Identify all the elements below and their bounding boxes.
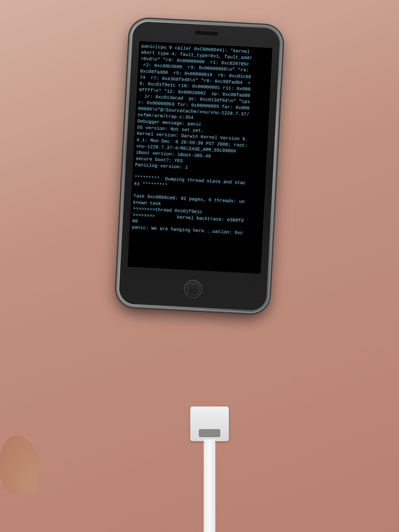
usb-cable-wire [204, 439, 215, 532]
kernel-panic-text: panic(cpu 0 caller 0xC0068D44): "kernel … [130, 43, 271, 272]
usb-cable-assembly [184, 406, 235, 532]
usb-dock-connector [190, 406, 229, 441]
usb-connector-port [199, 429, 220, 437]
phone-device: panic(cpu 0 caller 0xC0068D44): "kernel … [117, 19, 282, 313]
phone-shell: panic(cpu 0 caller 0xC0068D44): "kernel … [117, 19, 282, 313]
phone-screen: panic(cpu 0 caller 0xC0068D44): "kernel … [127, 41, 272, 274]
home-button[interactable] [184, 279, 203, 299]
phone-speaker [195, 31, 218, 36]
home-button-icon [187, 283, 199, 295]
